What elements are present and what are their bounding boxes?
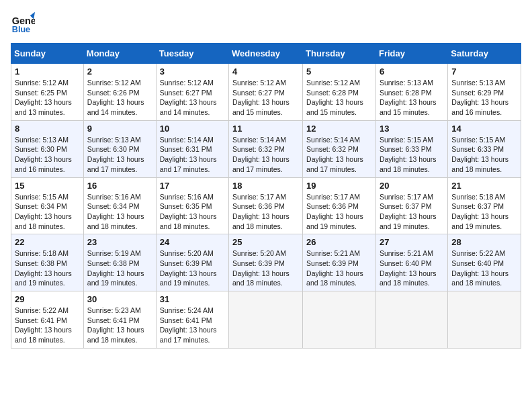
calendar-cell: 7 Sunrise: 5:13 AMSunset: 6:29 PMDayligh…	[448, 64, 521, 121]
calendar-cell	[303, 291, 376, 349]
day-number: 9	[87, 124, 152, 134]
svg-text:Blue: Blue	[12, 25, 30, 34]
calendar-cell: 15 Sunrise: 5:15 AMSunset: 6:34 PMDaylig…	[11, 177, 84, 234]
calendar-cell: 26 Sunrise: 5:21 AMSunset: 6:39 PMDaylig…	[303, 234, 376, 291]
day-number: 7	[451, 66, 517, 77]
day-of-week-saturday: Saturday	[448, 44, 521, 64]
day-number: 27	[380, 237, 444, 247]
calendar-cell	[448, 291, 521, 349]
day-number: 17	[160, 181, 225, 191]
day-info: Sunrise: 5:12 AMSunset: 6:27 PMDaylight:…	[160, 79, 217, 116]
calendar-cell: 8 Sunrise: 5:13 AMSunset: 6:30 PMDayligh…	[11, 120, 84, 177]
day-info: Sunrise: 5:19 AMSunset: 6:38 PMDaylight:…	[87, 249, 144, 287]
day-info: Sunrise: 5:14 AMSunset: 6:31 PMDaylight:…	[160, 136, 217, 173]
logo: General Blue	[11, 11, 35, 35]
calendar-cell: 4 Sunrise: 5:12 AMSunset: 6:27 PMDayligh…	[229, 64, 303, 121]
day-info: Sunrise: 5:20 AMSunset: 6:39 PMDaylight:…	[160, 249, 217, 287]
day-number: 12	[306, 124, 372, 134]
day-number: 22	[15, 237, 80, 247]
day-info: Sunrise: 5:13 AMSunset: 6:30 PMDaylight:…	[87, 136, 144, 173]
day-number: 15	[15, 181, 80, 191]
calendar-cell: 22 Sunrise: 5:18 AMSunset: 6:38 PMDaylig…	[11, 234, 84, 291]
day-info: Sunrise: 5:12 AMSunset: 6:28 PMDaylight:…	[306, 79, 363, 116]
day-number: 1	[15, 66, 80, 77]
day-number: 11	[232, 124, 299, 134]
calendar-week-3: 15 Sunrise: 5:15 AMSunset: 6:34 PMDaylig…	[11, 177, 521, 234]
calendar-cell: 11 Sunrise: 5:14 AMSunset: 6:32 PMDaylig…	[229, 120, 303, 177]
day-number: 2	[87, 66, 152, 77]
day-number: 13	[380, 124, 444, 134]
calendar-cell: 6 Sunrise: 5:13 AMSunset: 6:28 PMDayligh…	[375, 64, 447, 121]
calendar-cell: 17 Sunrise: 5:16 AMSunset: 6:35 PMDaylig…	[156, 177, 228, 234]
day-number: 8	[15, 124, 80, 134]
calendar-week-4: 22 Sunrise: 5:18 AMSunset: 6:38 PMDaylig…	[11, 234, 521, 291]
day-info: Sunrise: 5:17 AMSunset: 6:37 PMDaylight:…	[380, 193, 437, 230]
day-number: 20	[380, 181, 444, 191]
day-number: 4	[232, 66, 299, 77]
calendar-cell: 3 Sunrise: 5:12 AMSunset: 6:27 PMDayligh…	[156, 64, 228, 121]
day-number: 6	[380, 66, 444, 77]
day-number: 26	[306, 237, 372, 247]
day-number: 31	[160, 294, 225, 304]
calendar-cell: 19 Sunrise: 5:17 AMSunset: 6:36 PMDaylig…	[303, 177, 376, 234]
day-info: Sunrise: 5:14 AMSunset: 6:32 PMDaylight:…	[306, 136, 363, 173]
calendar-week-2: 8 Sunrise: 5:13 AMSunset: 6:30 PMDayligh…	[11, 120, 521, 177]
day-info: Sunrise: 5:14 AMSunset: 6:32 PMDaylight:…	[232, 136, 290, 173]
calendar-cell: 5 Sunrise: 5:12 AMSunset: 6:28 PMDayligh…	[303, 64, 376, 121]
calendar-cell: 18 Sunrise: 5:17 AMSunset: 6:36 PMDaylig…	[229, 177, 303, 234]
calendar-week-5: 29 Sunrise: 5:22 AMSunset: 6:41 PMDaylig…	[11, 291, 521, 349]
day-info: Sunrise: 5:17 AMSunset: 6:36 PMDaylight:…	[306, 193, 363, 230]
day-of-week-wednesday: Wednesday	[229, 44, 303, 64]
day-info: Sunrise: 5:22 AMSunset: 6:40 PMDaylight:…	[451, 249, 508, 287]
calendar-cell: 31 Sunrise: 5:24 AMSunset: 6:41 PMDaylig…	[156, 291, 228, 349]
day-info: Sunrise: 5:16 AMSunset: 6:34 PMDaylight:…	[87, 193, 144, 230]
day-info: Sunrise: 5:22 AMSunset: 6:41 PMDaylight:…	[15, 306, 72, 344]
calendar-cell	[229, 291, 303, 349]
day-number: 21	[451, 181, 517, 191]
calendar-cell: 24 Sunrise: 5:20 AMSunset: 6:39 PMDaylig…	[156, 234, 228, 291]
calendar-cell: 28 Sunrise: 5:22 AMSunset: 6:40 PMDaylig…	[448, 234, 521, 291]
calendar-cell: 30 Sunrise: 5:23 AMSunset: 6:41 PMDaylig…	[83, 291, 156, 349]
calendar-cell: 21 Sunrise: 5:18 AMSunset: 6:37 PMDaylig…	[448, 177, 521, 234]
logo-icon: General Blue	[11, 11, 35, 35]
calendar-cell: 12 Sunrise: 5:14 AMSunset: 6:32 PMDaylig…	[303, 120, 376, 177]
day-info: Sunrise: 5:24 AMSunset: 6:41 PMDaylight:…	[160, 306, 217, 344]
page-header: General Blue	[11, 11, 521, 35]
day-info: Sunrise: 5:15 AMSunset: 6:34 PMDaylight:…	[15, 193, 72, 230]
calendar-cell: 27 Sunrise: 5:21 AMSunset: 6:40 PMDaylig…	[375, 234, 447, 291]
day-info: Sunrise: 5:12 AMSunset: 6:25 PMDaylight:…	[15, 79, 72, 116]
day-info: Sunrise: 5:18 AMSunset: 6:38 PMDaylight:…	[15, 249, 72, 287]
calendar-cell	[375, 291, 447, 349]
day-of-week-monday: Monday	[83, 44, 156, 64]
day-number: 23	[87, 237, 152, 247]
calendar-cell: 9 Sunrise: 5:13 AMSunset: 6:30 PMDayligh…	[83, 120, 156, 177]
day-number: 3	[160, 66, 225, 77]
day-info: Sunrise: 5:13 AMSunset: 6:30 PMDaylight:…	[15, 136, 72, 173]
day-info: Sunrise: 5:20 AMSunset: 6:39 PMDaylight:…	[232, 249, 290, 287]
day-info: Sunrise: 5:13 AMSunset: 6:29 PMDaylight:…	[451, 79, 508, 116]
day-number: 16	[87, 181, 152, 191]
day-info: Sunrise: 5:15 AMSunset: 6:33 PMDaylight:…	[451, 136, 508, 173]
day-of-week-sunday: Sunday	[11, 44, 84, 64]
day-number: 10	[160, 124, 225, 134]
day-info: Sunrise: 5:23 AMSunset: 6:41 PMDaylight:…	[87, 306, 144, 344]
day-number: 18	[232, 181, 299, 191]
day-info: Sunrise: 5:15 AMSunset: 6:33 PMDaylight:…	[380, 136, 437, 173]
day-info: Sunrise: 5:21 AMSunset: 6:40 PMDaylight:…	[380, 249, 437, 287]
day-info: Sunrise: 5:18 AMSunset: 6:37 PMDaylight:…	[451, 193, 508, 230]
calendar-cell: 1 Sunrise: 5:12 AMSunset: 6:25 PMDayligh…	[11, 64, 84, 121]
day-number: 19	[306, 181, 372, 191]
calendar-cell: 2 Sunrise: 5:12 AMSunset: 6:26 PMDayligh…	[83, 64, 156, 121]
day-info: Sunrise: 5:17 AMSunset: 6:36 PMDaylight:…	[232, 193, 290, 230]
day-number: 5	[306, 66, 372, 77]
calendar-cell: 14 Sunrise: 5:15 AMSunset: 6:33 PMDaylig…	[448, 120, 521, 177]
calendar-cell: 29 Sunrise: 5:22 AMSunset: 6:41 PMDaylig…	[11, 291, 84, 349]
calendar-cell: 13 Sunrise: 5:15 AMSunset: 6:33 PMDaylig…	[375, 120, 447, 177]
day-number: 25	[232, 237, 299, 247]
calendar-cell: 10 Sunrise: 5:14 AMSunset: 6:31 PMDaylig…	[156, 120, 228, 177]
day-of-week-friday: Friday	[375, 44, 447, 64]
calendar-cell: 16 Sunrise: 5:16 AMSunset: 6:34 PMDaylig…	[83, 177, 156, 234]
day-info: Sunrise: 5:12 AMSunset: 6:27 PMDaylight:…	[232, 79, 290, 116]
day-number: 14	[451, 124, 517, 134]
day-info: Sunrise: 5:21 AMSunset: 6:39 PMDaylight:…	[306, 249, 363, 287]
